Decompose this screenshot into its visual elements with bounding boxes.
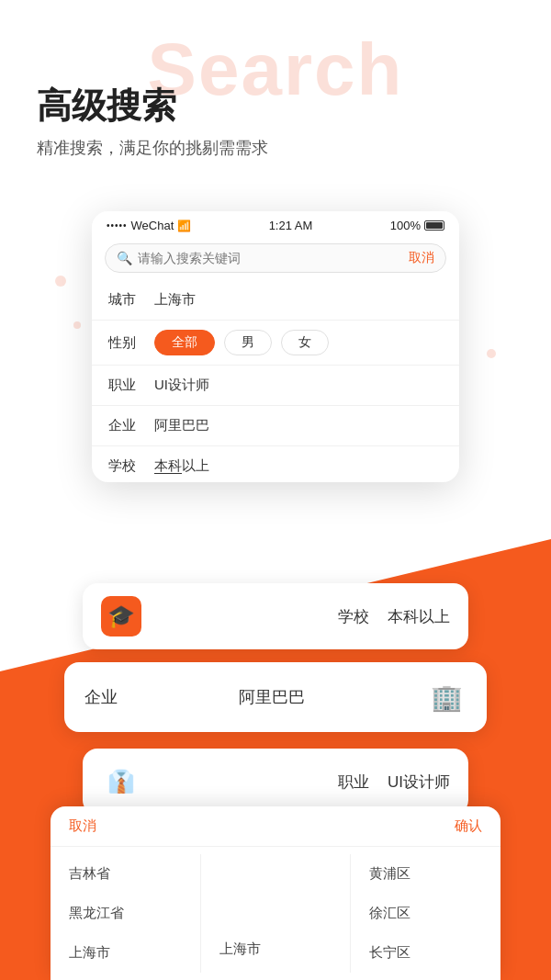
location-item-city-empty2: [201, 892, 351, 929]
location-item-shanghai-city[interactable]: 上海市: [201, 929, 351, 969]
school-overlay-value: 本科以上: [388, 606, 450, 627]
location-col-district: 黄浦区 徐汇区 长宁区: [351, 854, 500, 973]
company-value: 阿里巴巴: [154, 417, 209, 434]
gender-label: 性别: [108, 334, 154, 352]
school-value-underline: 本科: [154, 457, 182, 474]
city-row: 城市 上海市: [92, 280, 459, 321]
location-columns: 吉林省 黑龙江省 上海市 上海市 黄浦区 徐汇区 长宁区: [51, 847, 500, 980]
company-row: 企业 阿里巴巴: [92, 406, 459, 446]
battery-icon: [424, 220, 444, 231]
search-input[interactable]: [138, 251, 399, 265]
job-overlay-card: 👔 职业 UI设计师: [83, 749, 468, 815]
school-overlay-card: 🎓 学校 本科以上: [83, 583, 468, 649]
job-row: 职业 UI设计师: [92, 366, 459, 406]
gender-male-button[interactable]: 男: [224, 330, 272, 355]
location-confirm-button[interactable]: 确认: [455, 817, 482, 835]
gender-all-button[interactable]: 全部: [154, 330, 215, 355]
job-value: UI设计师: [154, 377, 209, 394]
page-subtitle: 精准搜索，满足你的挑剔需需求: [37, 137, 514, 159]
location-col-city: 上海市: [201, 854, 352, 973]
job-overlay-label: 职业: [338, 772, 369, 793]
city-value: 上海市: [154, 291, 196, 309]
school-overlay-content: 学校 本科以上: [152, 606, 450, 627]
search-cancel-button[interactable]: 取消: [409, 250, 434, 266]
location-item-city-empty1: [201, 854, 351, 892]
gender-row: 性别 全部 男 女: [92, 321, 459, 366]
gender-female-button[interactable]: 女: [281, 330, 329, 355]
status-left: ••••• WeChat 📶: [107, 219, 191, 232]
school-icon: 🎓: [101, 596, 141, 636]
company-label: 企业: [108, 417, 154, 434]
company-building-icon: 🏢: [426, 677, 467, 717]
location-cancel-button[interactable]: 取消: [69, 817, 96, 835]
location-panel-actions: 取消 确认: [51, 806, 500, 847]
school-label: 学校: [108, 457, 154, 475]
location-panel: 取消 确认 吉林省 黑龙江省 上海市 上海市 黄浦区 徐汇区 长宁区: [51, 806, 500, 980]
company-overlay-value: 阿里巴巴: [130, 686, 413, 708]
search-icon: 🔍: [117, 251, 132, 265]
school-row: 学校 本科以上: [92, 446, 459, 482]
location-item-changning[interactable]: 长宁区: [351, 933, 500, 973]
heart-wechat: ✔: [455, 478, 478, 510]
dot-2: [73, 321, 81, 329]
status-dots: •••••: [107, 220, 128, 231]
status-bar: ••••• WeChat 📶 1:21 AM 100%: [92, 211, 459, 236]
location-item-huangpu[interactable]: 黄浦区: [351, 854, 500, 894]
location-item-shanghai-prov[interactable]: 上海市: [51, 933, 200, 973]
school-overlay-label: 学校: [338, 606, 369, 627]
page-title: 高级搜索: [37, 83, 514, 130]
status-wifi-icon: 📶: [177, 220, 191, 232]
search-bar[interactable]: 🔍 取消: [105, 243, 446, 273]
phone-card: ••••• WeChat 📶 1:21 AM 100% 🔍 取消 城市 上海市 …: [92, 211, 459, 482]
location-item-heilongjiang[interactable]: 黑龙江省: [51, 894, 200, 933]
company-overlay-card: 企业 阿里巴巴 🏢: [64, 662, 487, 732]
dot-1: [55, 276, 66, 287]
school-value: 本科以上: [154, 457, 209, 475]
battery-percent: 100%: [390, 219, 421, 232]
job-tie-icon: 👔: [101, 761, 141, 802]
job-label: 职业: [108, 377, 154, 394]
status-time: 1:21 AM: [269, 219, 313, 232]
dot-3: [487, 349, 496, 358]
location-col-province: 吉林省 黑龙江省 上海市: [51, 854, 201, 973]
location-item-jilin[interactable]: 吉林省: [51, 854, 200, 894]
company-overlay-label: 企业: [84, 686, 118, 708]
job-overlay-content: 职业 UI设计师: [152, 772, 450, 793]
top-section: Search 高级搜索 精准搜索，满足你的挑剔需需求: [0, 0, 551, 186]
status-app: WeChat: [131, 219, 174, 232]
job-overlay-value: UI设计师: [388, 772, 450, 793]
city-label: 城市: [108, 291, 154, 309]
location-item-xuhui[interactable]: 徐汇区: [351, 894, 500, 933]
gender-buttons: 全部 男 女: [154, 330, 329, 355]
status-right: 100%: [390, 219, 444, 232]
